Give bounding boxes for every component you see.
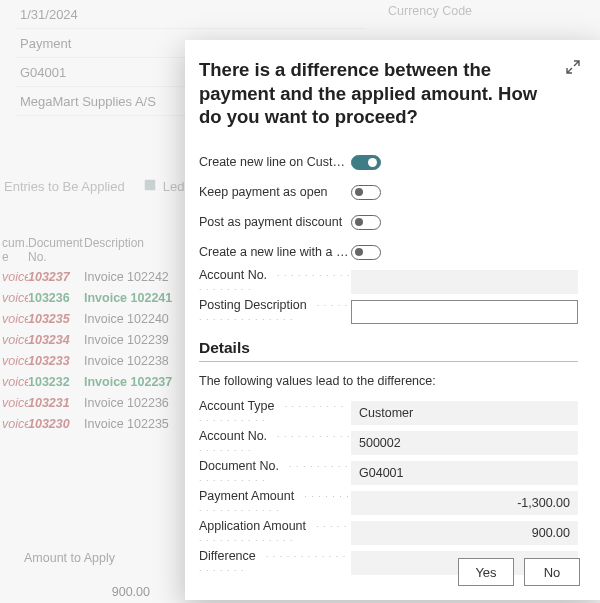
cell-type: voice	[0, 375, 28, 389]
opt-create-new-line-label: Create new line on Custo…	[199, 155, 351, 169]
difference-modal: There is a difference between the paymen…	[185, 40, 600, 600]
d-diff-label: Difference	[199, 549, 351, 577]
cell-type: voice	[0, 291, 28, 305]
modal-title: There is a difference between the paymen…	[199, 58, 578, 129]
posting-desc-label: Posting Description	[199, 298, 351, 326]
th-cume: cum…	[2, 236, 28, 250]
cell-docno: 103236	[28, 291, 84, 305]
cell-desc: Invoice 102239	[84, 333, 194, 347]
d-account-type-value: Customer	[351, 401, 578, 425]
cell-docno: 103237	[28, 270, 84, 284]
svg-rect-0	[144, 180, 155, 191]
opt-create-gl-label: Create a new line with a G…	[199, 245, 351, 259]
toggle-keep-open[interactable]	[351, 185, 381, 200]
footer-amount-value: 900.00	[24, 585, 154, 599]
cell-desc: Invoice 102238	[84, 354, 194, 368]
cell-docno: 103233	[28, 354, 84, 368]
cell-docno: 103232	[28, 375, 84, 389]
d-doc-no-value: G04001	[351, 461, 578, 485]
cell-type: voice	[0, 396, 28, 410]
posting-desc-input[interactable]	[351, 300, 578, 324]
cell-desc: Invoice 102242	[84, 270, 194, 284]
d-account-no-value: 500002	[351, 431, 578, 455]
cell-type: voice	[0, 354, 28, 368]
expand-icon[interactable]	[564, 58, 582, 76]
cell-docno: 103235	[28, 312, 84, 326]
d-account-type-label: Account Type	[199, 399, 351, 427]
toggle-create-new-line[interactable]	[351, 155, 381, 170]
d-pay-amt-value: -1,300.00	[351, 491, 578, 515]
cell-type: voice	[0, 417, 28, 431]
tab-entries[interactable]: Entries to Be Applied	[4, 179, 125, 194]
account-no-readonly	[351, 270, 578, 294]
toggle-create-gl[interactable]	[351, 245, 381, 260]
opt-keep-open-label: Keep payment as open	[199, 185, 351, 199]
th-cume2: e	[2, 250, 9, 264]
no-button[interactable]: No	[524, 558, 580, 586]
toggle-post-discount[interactable]	[351, 215, 381, 230]
d-app-amt-label: Application Amount	[199, 519, 351, 547]
cell-docno: 103234	[28, 333, 84, 347]
currency-code-label: Currency Code	[388, 4, 472, 18]
yes-button[interactable]: Yes	[458, 558, 514, 586]
details-note: The following values lead to the differe…	[199, 374, 578, 388]
cell-desc: Invoice 102237	[84, 375, 194, 389]
ledger-icon	[143, 178, 157, 195]
cell-docno: 103231	[28, 396, 84, 410]
cell-desc: Invoice 102240	[84, 312, 194, 326]
cell-type: voice	[0, 333, 28, 347]
th-desc: Description	[84, 236, 194, 250]
cell-desc: Invoice 102235	[84, 417, 194, 431]
th-docno: Document No.	[28, 236, 84, 264]
cell-type: voice	[0, 312, 28, 326]
footer-amount-label: Amount to Apply	[24, 551, 154, 565]
bg-date-field: 1/31/2024	[16, 0, 366, 29]
details-header: Details	[199, 339, 578, 362]
account-no-label: Account No.	[199, 268, 351, 296]
cell-desc: Invoice 102241	[84, 291, 194, 305]
cell-desc: Invoice 102236	[84, 396, 194, 410]
d-doc-no-label: Document No.	[199, 459, 351, 487]
d-account-no-label: Account No.	[199, 429, 351, 457]
d-pay-amt-label: Payment Amount	[199, 489, 351, 517]
opt-post-discount-label: Post as payment discount	[199, 215, 351, 229]
cell-type: voice	[0, 270, 28, 284]
d-app-amt-value: 900.00	[351, 521, 578, 545]
cell-docno: 103230	[28, 417, 84, 431]
